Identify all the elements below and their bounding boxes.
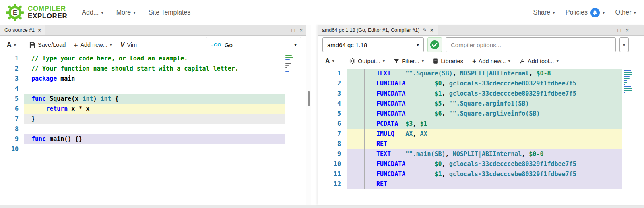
compiler-select[interactable]: amd64 gc 1.18 ▾	[322, 37, 424, 52]
filter-button[interactable]: Filter... ▾	[390, 56, 427, 67]
code-line-6[interactable]: 6 return x * x	[0, 104, 306, 114]
line-number: 7	[0, 114, 24, 124]
line-number: 5	[0, 94, 24, 104]
code-line-content: RET	[347, 179, 622, 189]
code-line-content: TEXT "".main(SB), NOSPLIT|ABIInternal, $…	[347, 149, 622, 159]
chevron-down-icon: ▾	[332, 58, 335, 64]
code-line-4[interactable]: 4	[0, 84, 306, 94]
code-line-1[interactable]: 1// Type your code here, or load an exam…	[0, 54, 306, 64]
compiler-explorer-logo[interactable]: E COMPILER EXPLORER	[6, 3, 67, 22]
chevron-down-icon: ▾	[133, 10, 136, 15]
toolbar-divider	[342, 57, 342, 66]
line-number: 10	[318, 159, 347, 169]
menu-other-label: Other	[615, 9, 631, 16]
code-line-8[interactable]: 8	[0, 124, 306, 134]
notification-bell-badge[interactable]	[590, 8, 600, 17]
menu-add[interactable]: Add... ▾	[82, 9, 103, 16]
menu-other[interactable]: Other ▾	[615, 9, 636, 16]
assembly-output-editor[interactable]: 1TEXT "".Square(SB), NOSPLIT|ABIInternal…	[318, 69, 644, 205]
code-line-12[interactable]: 12RET	[318, 179, 644, 189]
tab-go-source-label: Go source #1	[4, 27, 35, 33]
font-size-button[interactable]: A ▾	[322, 55, 338, 67]
save-load-button[interactable]: Save/Load	[26, 39, 69, 50]
line-number: 9	[0, 134, 24, 144]
toolbar-divider	[23, 40, 23, 49]
line-number: 3	[0, 74, 24, 84]
tab-go-source[interactable]: Go source #1 ×	[0, 25, 45, 35]
line-number: 5	[318, 109, 347, 119]
code-line-6[interactable]: 6PCDATA $3, $1	[318, 119, 644, 129]
close-icon[interactable]: ×	[38, 27, 41, 33]
menu-policies[interactable]: Policies ▾	[566, 8, 605, 17]
code-line-7[interactable]: 7}	[0, 114, 306, 124]
options-dropdown-button[interactable]: ▾	[619, 37, 629, 52]
code-line-4[interactable]: 4FUNCDATA $5, "".Square.arginfo1(SB)	[318, 99, 644, 109]
source-code-editor[interactable]: 1// Type your code here, or load an exam…	[0, 54, 306, 205]
rename-pencil-icon[interactable]: ✎	[423, 27, 427, 33]
code-line-content: return x * x	[24, 104, 285, 114]
line-number: 9	[318, 149, 347, 159]
add-tool-button[interactable]: Add tool... ▾	[516, 56, 562, 67]
chevron-down-icon: ▾	[101, 10, 103, 15]
line-number: 2	[318, 79, 347, 89]
code-line-5[interactable]: 5FUNCDATA $6, "".Square.argliveinfo(SB)	[318, 109, 644, 119]
compiler-options-input[interactable]	[446, 37, 616, 52]
add-new-button[interactable]: + Add new... ▾	[469, 55, 514, 67]
code-line-1[interactable]: 1TEXT "".Square(SB), NOSPLIT|ABIInternal…	[318, 69, 644, 79]
line-number: 6	[318, 119, 347, 129]
libraries-button[interactable]: Libraries	[429, 56, 467, 67]
line-number: 8	[0, 124, 24, 134]
code-line-10[interactable]: 10	[0, 144, 306, 154]
maximize-icon[interactable]: □	[292, 28, 295, 33]
minimap[interactable]	[624, 70, 633, 93]
wrench-icon	[519, 58, 525, 64]
font-size-button[interactable]: A ▾	[3, 39, 20, 51]
vim-label: Vim	[127, 42, 137, 48]
code-line-5[interactable]: 5func Square(x int) int {	[0, 94, 306, 104]
code-line-7[interactable]: 7IMULQ AX, AX	[318, 129, 644, 139]
menu-site-templates[interactable]: Site Templates	[149, 9, 191, 16]
language-select[interactable]: GO Go ▾	[206, 37, 301, 52]
font-size-label: A	[325, 58, 330, 65]
code-line-3[interactable]: 3FUNCDATA $1, gclocals·33cdecccebe80329f…	[318, 89, 644, 99]
maximize-icon[interactable]: □	[618, 28, 621, 33]
code-line-3[interactable]: 3package main	[0, 74, 306, 84]
splitter-bar[interactable]	[306, 25, 311, 205]
splitter-drag-handle[interactable]	[308, 91, 310, 106]
menu-site-templates-label: Site Templates	[149, 9, 191, 16]
code-line-2[interactable]: 2// Your function name should start with…	[0, 64, 306, 74]
close-icon[interactable]: ×	[625, 28, 629, 33]
output-button[interactable]: Output... ▾	[346, 56, 388, 67]
main-menu: Add... ▾ More ▾ Site Templates	[82, 9, 190, 16]
vim-toggle-button[interactable]: V Vim	[117, 39, 140, 51]
code-line-content: package main	[24, 74, 285, 84]
code-line-8[interactable]: 8RET	[318, 139, 644, 149]
libraries-label: Libraries	[441, 58, 463, 64]
minimap[interactable]	[285, 55, 294, 72]
right-menu: Share ▾ Policies ▾ Other ▾	[533, 8, 636, 17]
bell-icon	[592, 10, 597, 15]
code-line-2[interactable]: 2FUNCDATA $0, gclocals·33cdecccebe80329f…	[318, 79, 644, 89]
menu-policies-label: Policies	[566, 9, 588, 16]
code-line-9[interactable]: 9TEXT "".main(SB), NOSPLIT|ABIInternal, …	[318, 149, 644, 159]
code-line-11[interactable]: 11FUNCDATA $1, gclocals·33cdecccebe80329…	[318, 169, 644, 179]
chevron-down-icon: ▾	[553, 10, 555, 15]
menu-share[interactable]: Share ▾	[533, 9, 555, 16]
close-icon[interactable]: ×	[430, 27, 433, 33]
code-line-content: FUNCDATA $5, "".Square.arginfo1(SB)	[347, 99, 622, 109]
code-line-content: FUNCDATA $6, "".Square.argliveinfo(SB)	[347, 109, 622, 119]
close-icon[interactable]: ×	[299, 28, 303, 33]
code-line-content	[24, 124, 285, 134]
code-line-content: TEXT "".Square(SB), NOSPLIT|ABIInternal,…	[347, 69, 622, 79]
code-line-content: RET	[347, 139, 622, 149]
tab-compiler[interactable]: amd64 gc 1.18 (Go, Editor #1, Compiler #…	[318, 25, 438, 35]
gear-logo-icon: E	[6, 3, 24, 22]
code-line-10[interactable]: 10FUNCDATA $0, gclocals·33cdecccebe80329…	[318, 159, 644, 169]
font-size-label: A	[7, 41, 12, 48]
menu-more[interactable]: More ▾	[116, 9, 136, 16]
code-line-9[interactable]: 9func main() {}	[0, 134, 306, 144]
menu-more-label: More	[116, 9, 131, 16]
panel-splitter[interactable]	[306, 25, 318, 205]
source-editor-panel: Go source #1 × □ × A ▾ Save/Lo	[0, 25, 306, 205]
add-new-button[interactable]: + Add new... ▾	[70, 39, 116, 51]
